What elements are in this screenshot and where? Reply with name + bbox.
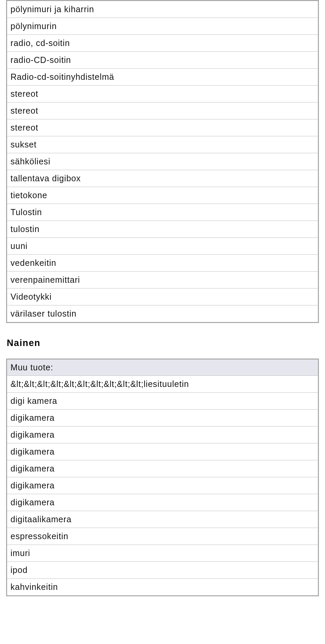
table-row: värilaser tulostin [7, 305, 319, 323]
table-row: stereot [7, 102, 319, 119]
table-row: espressokeitin [7, 528, 319, 545]
section-heading-nainen: Nainen [7, 338, 319, 348]
table-row: Videotykki [7, 289, 319, 305]
table-row: Radio-cd-soitinyhdistelmä [7, 69, 319, 86]
page: pölynimuri ja kiharrin pölynimurin radio… [0, 0, 325, 610]
table-row: radio-CD-soitin [7, 52, 319, 69]
table-row: digikamera [7, 494, 319, 511]
table-row: digikamera [7, 410, 319, 427]
table-row: stereot [7, 119, 319, 136]
table-row: digitaalikamera [7, 511, 319, 528]
product-table-2: Muu tuote: &lt;&lt;&lt;&lt;&lt;&lt;&lt;&… [6, 359, 319, 596]
table-row: pölynimurin [7, 18, 319, 35]
table-row: vedenkeitin [7, 255, 319, 272]
table-row: &lt;&lt;&lt;&lt;&lt;&lt;&lt;&lt;&lt;&lt;… [7, 376, 319, 393]
table-row: Tulostin [7, 204, 319, 221]
table-row: imuri [7, 545, 319, 562]
table-row: radio, cd-soitin [7, 35, 319, 52]
product-table-1: pölynimuri ja kiharrin pölynimurin radio… [6, 0, 319, 323]
table-row: digi kamera [7, 393, 319, 410]
table-row: digikamera [7, 443, 319, 460]
table-row: ipod [7, 562, 319, 579]
table-row: digikamera [7, 477, 319, 494]
table-row: digikamera [7, 427, 319, 443]
table-header: Muu tuote: [7, 359, 319, 376]
table-row: digikamera [7, 460, 319, 477]
table-row: sähköliesi [7, 153, 319, 170]
table-row: sukset [7, 136, 319, 153]
table-row: kahvinkeitin [7, 579, 319, 596]
table-row: stereot [7, 86, 319, 102]
table-row: pölynimuri ja kiharrin [7, 1, 319, 18]
table-row: uuni [7, 238, 319, 255]
table-row: verenpainemittari [7, 272, 319, 289]
table-row: tulostin [7, 221, 319, 238]
table-row: tietokone [7, 187, 319, 204]
table-row: tallentava digibox [7, 170, 319, 187]
